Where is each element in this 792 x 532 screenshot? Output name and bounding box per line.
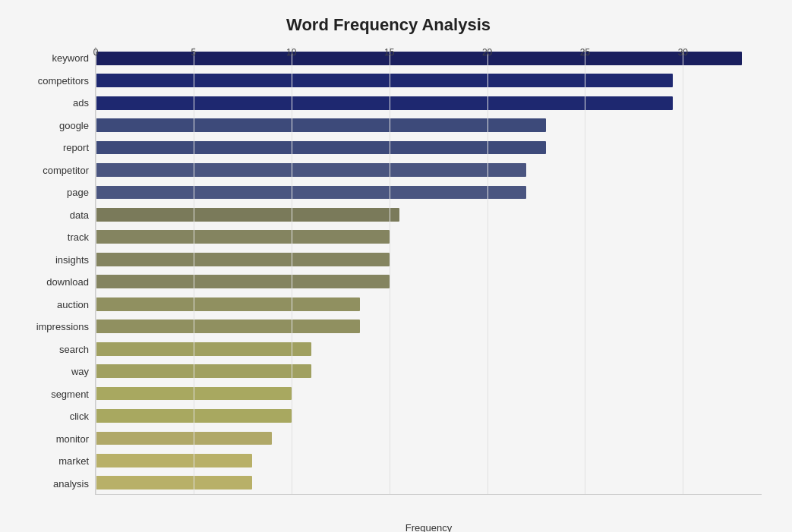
y-label: auction [57,294,89,316]
bar-row [96,203,762,225]
y-label: report [63,137,89,159]
bar [96,342,311,356]
bar [96,163,526,177]
bar [96,186,526,200]
bar-row [96,360,762,382]
bar-row [96,338,762,360]
bar [96,230,390,244]
y-label: google [59,115,89,137]
bar [96,74,673,87]
chart-title: Word Frequency Analysis [15,15,762,35]
bar-row [96,271,762,293]
bar [96,118,546,132]
x-tick-label: 10 [286,47,296,58]
y-label: competitors [38,70,89,93]
bar [96,432,272,445]
y-label: ads [73,92,89,115]
bar [96,409,292,423]
chart-container: Word Frequency Analysis keywordcompetito… [0,0,792,532]
x-tick-label: 5 [191,47,197,58]
bar-row [96,472,762,494]
bar-row [96,427,762,449]
x-tick-label: 0 [93,47,99,58]
bar-row [96,248,762,270]
bar-row [96,159,762,181]
chart-area: keywordcompetitorsadsgooglereportcompeti… [15,47,762,495]
bar-row [96,69,762,91]
y-label: monitor [56,428,89,451]
y-label: competitor [43,159,89,182]
y-label: insights [55,249,89,272]
y-label: market [58,450,89,473]
y-label: download [46,271,89,294]
bar [96,96,673,110]
bar-row [96,226,762,248]
x-tick-label: 30 [678,47,688,58]
y-label: segment [51,383,89,406]
y-label: data [70,204,89,227]
bar [96,275,390,288]
y-label: keyword [52,47,89,70]
bar-row [96,137,762,159]
y-label: search [59,338,89,361]
bar [96,454,252,467]
bar-row [96,315,762,337]
bar [96,141,546,155]
bar-row [96,92,762,114]
bars-area: 051015202530Frequency [95,47,762,495]
y-label: analysis [53,473,89,496]
x-axis-label: Frequency [405,522,452,532]
bar [96,320,360,333]
bar-row [96,114,762,136]
bar [96,208,399,222]
y-label: impressions [36,316,89,338]
x-tick-label: 20 [482,47,492,58]
bar [96,364,311,378]
bar [96,476,252,490]
y-label: click [70,405,89,428]
bar-row [96,181,762,203]
y-label: track [68,226,89,249]
x-tick-label: 15 [384,47,394,58]
bar [96,387,292,401]
bar-row [96,449,762,471]
bar-row [96,293,762,315]
bar-row [96,382,762,405]
bar-row [96,405,762,427]
y-label: way [71,360,89,383]
y-labels: keywordcompetitorsadsgooglereportcompeti… [15,47,95,495]
bar [96,253,390,266]
y-label: page [67,181,89,204]
x-tick-label: 25 [580,47,590,58]
bar [96,297,360,311]
